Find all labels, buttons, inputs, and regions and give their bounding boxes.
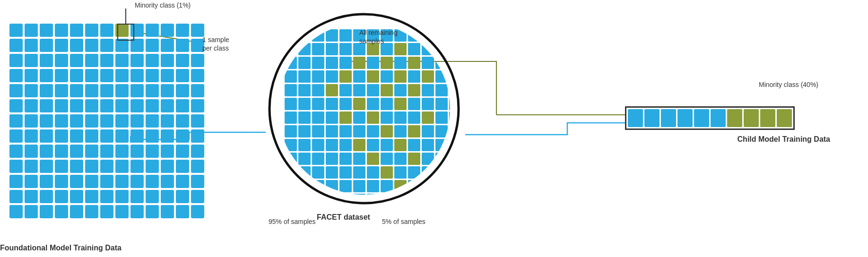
circle-grid-cell [408, 84, 420, 96]
left-grid-cell [191, 84, 204, 97]
minority-box-left [117, 24, 134, 41]
left-grid-cell [85, 175, 98, 188]
left-grid-cell [70, 129, 83, 143]
circle-grid-cell [326, 43, 338, 55]
circle-grid-cell [435, 111, 448, 124]
circle-grid-cell [326, 70, 338, 83]
circle-grid-cell [394, 153, 407, 165]
left-grid-cell [176, 69, 189, 82]
circle-grid-cell [367, 111, 379, 124]
left-grid-cell [161, 69, 174, 82]
left-grid-cell [25, 205, 38, 218]
circle-grid-cell [394, 84, 407, 96]
circle-grid-cell [326, 153, 338, 165]
left-grid-cell [161, 145, 174, 158]
left-grid-cell [191, 175, 204, 188]
left-grid-cell [85, 205, 98, 218]
left-grid-cell [70, 160, 83, 173]
one-sample-label: 1 sample per class [202, 35, 229, 52]
left-grid-cell [9, 205, 23, 218]
left-grid-cell [161, 39, 174, 52]
child-model-label: Child Model Training Data [738, 135, 830, 145]
left-grid-cell [55, 160, 68, 173]
circle-grid-cell [394, 139, 407, 151]
circle-grid-cell [422, 139, 434, 151]
left-grid-cell [85, 69, 98, 82]
left-grid-cell [40, 84, 53, 97]
left-grid-cell [191, 145, 204, 158]
right-grid-cell [644, 109, 660, 127]
circle-grid-cell [367, 84, 379, 96]
circle-grid-cell [367, 98, 379, 110]
left-grid-cell [130, 39, 144, 52]
circle-grid-cell [422, 98, 434, 110]
all-remaining-label: All remaining samples [359, 28, 398, 45]
circle-grid-cell [408, 125, 420, 137]
left-grid-cell [146, 24, 159, 37]
circle-grid-cell [353, 84, 365, 96]
left-grid-cell [25, 99, 38, 112]
left-grid-cell [115, 160, 129, 173]
right-grid-cell [711, 109, 726, 127]
left-grid-cell [25, 145, 38, 158]
left-grid-cell [100, 205, 113, 218]
left-grid-cell [100, 69, 113, 82]
circle-grid-cell [408, 139, 420, 151]
left-grid-cell [25, 84, 38, 97]
left-grid-cell [130, 114, 144, 128]
circle-grid-cell [435, 84, 448, 96]
circle-grid-cell [312, 84, 324, 96]
left-grid-cell [161, 114, 174, 128]
circle-grid-cell [312, 70, 324, 83]
circle-grid-cell [381, 98, 393, 110]
left-grid-cell [25, 39, 38, 52]
circle-grid-cell [408, 57, 420, 69]
left-grid-cell [130, 99, 144, 112]
circle-grid-cell [353, 153, 365, 165]
right-grid-cell [777, 109, 792, 127]
right-grid-cell [744, 109, 759, 127]
diagram: Minority class (1%) 1 sample per class F… [0, 0, 868, 257]
left-grid-cell [100, 160, 113, 173]
circle-grid-cell [394, 166, 407, 179]
left-grid-cell [130, 54, 144, 67]
left-grid-cell [130, 190, 144, 203]
left-grid-cell [176, 114, 189, 128]
circle-grid-cell [339, 43, 352, 55]
circle-grid-cell [298, 125, 311, 137]
left-grid-cell [176, 39, 189, 52]
left-grid-cell [130, 160, 144, 173]
circle-grid-cell [408, 153, 420, 165]
left-grid-cell [9, 114, 23, 128]
left-grid-cell [55, 99, 68, 112]
left-grid-cell [176, 99, 189, 112]
left-grid-cell [70, 39, 83, 52]
left-grid-cell [25, 129, 38, 143]
left-grid-cell [161, 129, 174, 143]
left-grid-cell [146, 39, 159, 52]
circle-grid-cell [326, 139, 338, 151]
left-grid [9, 24, 204, 218]
left-grid-cell [40, 54, 53, 67]
circle-grid-cell [326, 98, 338, 110]
left-grid-cell [146, 99, 159, 112]
circle-grid-cell [422, 84, 434, 96]
left-grid-cell [130, 175, 144, 188]
circle-grid-cell [353, 166, 365, 179]
left-grid-cell [176, 84, 189, 97]
pct-95-label: 95% of samples [269, 217, 316, 226]
left-grid-cell [25, 175, 38, 188]
left-grid-cell [100, 39, 113, 52]
left-grid-cell [130, 84, 144, 97]
circle-grid-cell [339, 98, 352, 110]
circle-grid-cell [381, 139, 393, 151]
circle-grid-cell [367, 125, 379, 137]
left-grid-cell [176, 129, 189, 143]
circle-grid-cell [367, 57, 379, 69]
circle-grid-cell [381, 153, 393, 165]
circle-grid-cell [298, 111, 311, 124]
circle-grid-cell [394, 57, 407, 69]
circle-grid-cell [298, 57, 311, 69]
left-grid-cell [70, 99, 83, 112]
left-grid-cell [115, 84, 129, 97]
